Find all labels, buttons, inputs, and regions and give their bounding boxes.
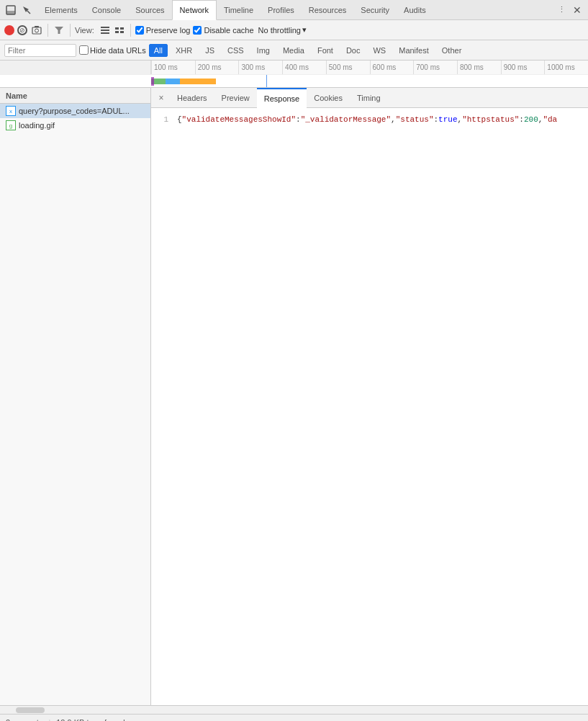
json-key-2: "status" — [396, 115, 434, 124]
json-key-3: "httpstatus" — [462, 115, 519, 124]
tab-elements[interactable]: Elements — [37, 0, 85, 20]
hide-data-urls-checkbox[interactable] — [79, 45, 89, 55]
status-separator: | — [48, 718, 50, 722]
list-item[interactable]: x query?purpose_codes=ADUL... — [0, 104, 150, 118]
transferred-size: 12.9 KB transferred — [56, 718, 125, 722]
filter-css-button[interactable]: CSS — [222, 44, 249, 57]
svg-rect-7 — [101, 27, 109, 28]
tab-timing[interactable]: Timing — [350, 88, 388, 108]
tab-network[interactable]: Network — [172, 0, 217, 20]
disable-cache-checkbox[interactable] — [193, 26, 202, 35]
status-bar: 2 requests | 12.9 KB transferred — [0, 714, 588, 721]
file-list-header: Name — [0, 88, 150, 104]
filter-js-button[interactable]: JS — [200, 44, 220, 57]
close-devtools-button[interactable]: ✕ — [569, 2, 585, 18]
throttle-select[interactable]: No throttling ▾ — [257, 25, 308, 35]
json-val-2: true — [438, 115, 457, 124]
detail-tabs: × Headers Preview Response Cookies Timin… — [151, 88, 588, 108]
list-item[interactable]: g loading.gif — [0, 118, 150, 133]
throttle-dropdown-icon: ▾ — [302, 25, 307, 35]
camera-icon[interactable] — [30, 24, 43, 37]
tab-preview[interactable]: Preview — [214, 88, 257, 108]
file-name-2: loading.gif — [19, 121, 55, 130]
more-options-icon[interactable]: ⋮ — [553, 2, 569, 18]
svg-rect-8 — [101, 30, 109, 31]
filter-bar: Hide data URLs All XHR JS CSS Img Media … — [0, 40, 588, 61]
timeline-ruler: 100 ms 200 ms 300 ms 400 ms 500 ms 600 m… — [0, 61, 588, 75]
separator-1 — [48, 24, 48, 37]
json-val-1: "_validatorMessage" — [301, 115, 391, 124]
filter-other-button[interactable]: Other — [437, 44, 467, 57]
file-icon-xhr: x — [6, 106, 16, 116]
filter-doc-button[interactable]: Doc — [341, 44, 366, 57]
filter-ws-button[interactable]: WS — [368, 44, 391, 57]
filter-font-button[interactable]: Font — [312, 44, 338, 57]
file-list-panel: Name x query?purpose_codes=ADUL... g loa… — [0, 88, 151, 705]
preserve-log-checkbox[interactable] — [135, 26, 144, 35]
tick-500ms: 500 ms — [326, 61, 370, 74]
inspect-icon[interactable] — [19, 2, 35, 18]
grid-view-icon[interactable] — [113, 24, 126, 37]
detail-close-button[interactable]: × — [155, 92, 167, 104]
list-view-icon[interactable] — [99, 24, 112, 37]
svg-rect-1 — [6, 11, 15, 14]
waterfall-bar-1 — [151, 79, 216, 84]
dock-icon[interactable] — [3, 2, 19, 18]
line-content: {"validateMessagesShowId":"_validatorMes… — [177, 114, 582, 125]
preserve-log-checkbox-label[interactable]: Preserve log — [135, 26, 191, 35]
svg-rect-5 — [35, 26, 39, 27]
tick-800ms: 800 ms — [457, 61, 501, 74]
file-name-1: query?purpose_codes=ADUL... — [19, 107, 130, 115]
view-icons — [99, 24, 126, 37]
tick-600ms: 600 ms — [370, 61, 414, 74]
json-key-4: "da — [543, 115, 557, 124]
svg-rect-9 — [101, 32, 109, 34]
tab-headers[interactable]: Headers — [170, 88, 214, 108]
filter-xhr-button[interactable]: XHR — [171, 44, 197, 57]
svg-rect-10 — [115, 27, 119, 30]
disable-cache-checkbox-label[interactable]: Disable cache — [193, 26, 253, 35]
tab-timeline[interactable]: Timeline — [217, 0, 261, 20]
json-key-1: "validateMessagesShowId" — [182, 115, 296, 124]
hide-data-urls-text: Hide data URLs — [90, 46, 146, 55]
tab-cookies[interactable]: Cookies — [307, 88, 350, 108]
tab-audits[interactable]: Audits — [397, 0, 433, 20]
svg-rect-3 — [32, 27, 41, 34]
tick-700ms: 700 ms — [413, 61, 457, 74]
tab-profiles[interactable]: Profiles — [261, 0, 302, 20]
filter-input[interactable] — [4, 44, 76, 57]
throttle-label: No throttling — [258, 26, 301, 35]
clear-button[interactable]: ⊘ — [17, 25, 27, 35]
filter-all-button[interactable]: All — [149, 44, 168, 57]
main-content: Name x query?purpose_codes=ADUL... g loa… — [0, 88, 588, 705]
json-colon-1: : — [296, 115, 301, 124]
filter-icon[interactable] — [53, 24, 65, 37]
tab-security[interactable]: Security — [353, 0, 397, 20]
filter-media-button[interactable]: Media — [278, 44, 309, 57]
filter-manifest-button[interactable]: Manifest — [394, 44, 434, 57]
filter-img-button[interactable]: Img — [252, 44, 275, 57]
scroll-thumb[interactable] — [16, 707, 45, 713]
svg-rect-12 — [115, 31, 119, 33]
tick-100ms: 100 ms — [151, 61, 195, 74]
tab-console[interactable]: Console — [85, 0, 128, 20]
tab-response[interactable]: Response — [257, 88, 307, 108]
tab-sources[interactable]: Sources — [128, 0, 171, 20]
svg-rect-11 — [120, 27, 124, 30]
svg-marker-6 — [55, 27, 63, 34]
horizontal-scrollbar[interactable] — [0, 705, 588, 714]
time-indicator-line — [266, 75, 267, 88]
tab-resources[interactable]: Resources — [302, 0, 354, 20]
json-brace-open: { — [177, 115, 182, 124]
json-val-3: 200 — [524, 115, 538, 124]
separator-2 — [70, 24, 71, 37]
tick-900ms: 900 ms — [501, 61, 545, 74]
record-button[interactable] — [4, 25, 14, 35]
hide-data-urls-label[interactable]: Hide data URLs — [79, 45, 146, 55]
json-comma-1: , — [391, 115, 396, 124]
detail-panel: × Headers Preview Response Cookies Timin… — [151, 88, 588, 705]
requests-count: 2 requests — [6, 718, 42, 722]
timeline-waterfall — [0, 75, 588, 88]
tick-1000ms: 1000 ms — [544, 61, 588, 74]
line-number: 1 — [157, 114, 168, 125]
